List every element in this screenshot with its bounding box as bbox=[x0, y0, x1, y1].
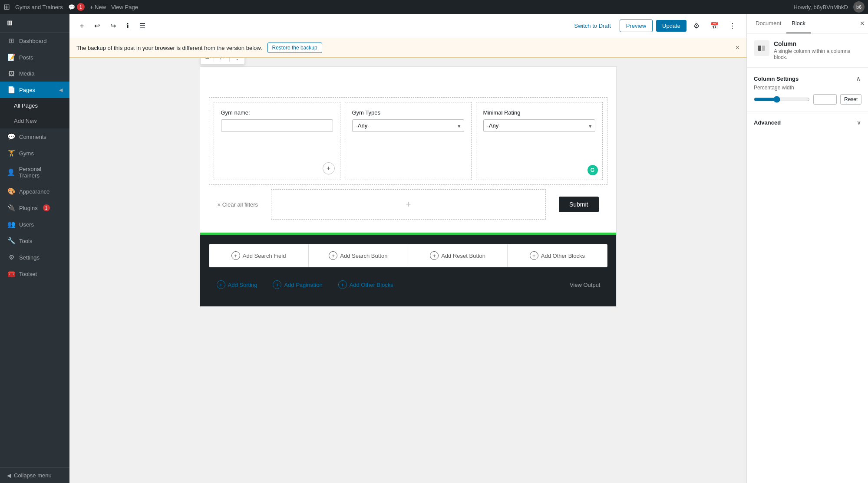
settings-gear-btn[interactable]: ⚙ bbox=[690, 19, 703, 33]
redo-btn[interactable]: ↪ bbox=[107, 19, 119, 33]
add-search-button-btn[interactable]: + Add Search Button bbox=[309, 244, 408, 267]
new-content-icon[interactable]: + New bbox=[90, 4, 106, 10]
text-align-btn[interactable]: T ▾ bbox=[216, 58, 228, 62]
admin-bar: ⊞ Gyms and Trainers 💬 1 + New View Page … bbox=[0, 0, 868, 14]
more-options-btn[interactable]: ⋮ bbox=[726, 19, 739, 33]
notification-close-btn[interactable]: × bbox=[736, 44, 739, 52]
sidebar-item-settings[interactable]: ⚙ Settings bbox=[0, 249, 69, 266]
view-output-btn[interactable]: View Output bbox=[563, 278, 607, 292]
sidebar-label-users: Users bbox=[19, 221, 34, 228]
submit-btn[interactable]: Submit bbox=[559, 197, 599, 212]
minimal-rating-select[interactable]: -Any- bbox=[483, 119, 595, 132]
advanced-title: Advanced bbox=[754, 119, 781, 126]
add-block-placeholder[interactable]: + bbox=[271, 189, 546, 220]
switch-draft-btn[interactable]: Switch to Draft bbox=[569, 20, 616, 32]
block-nav-btn[interactable]: ☰ bbox=[136, 19, 149, 33]
column-settings-toggle-btn[interactable]: ∧ bbox=[856, 75, 861, 83]
block-more-btn[interactable]: ⋮ bbox=[231, 58, 243, 62]
add-other-blocks-btn[interactable]: + Add Other Blocks bbox=[508, 244, 607, 267]
percentage-width-controls: Reset bbox=[754, 94, 861, 105]
bottom-row-wrapper: + Add Sorting + Add Pagination + Add Oth… bbox=[209, 272, 607, 298]
sidebar-label-personal-trainers: Personal Trainers bbox=[19, 166, 63, 179]
percentage-width-reset-btn[interactable]: Reset bbox=[840, 94, 861, 105]
add-reset-button-label: Add Reset Button bbox=[441, 253, 485, 259]
clear-filters-btn[interactable]: × Clear all filters bbox=[218, 201, 258, 208]
block-name-text: Column bbox=[774, 40, 861, 47]
add-search-button-label: Add Search Button bbox=[340, 253, 387, 259]
add-new-label: Add New bbox=[14, 118, 37, 124]
block-toolbar: ⧉ T ▾ ⋮ bbox=[200, 58, 245, 65]
block-type-icon bbox=[754, 40, 769, 56]
tab-document[interactable]: Document bbox=[750, 14, 786, 33]
add-other-blocks-icon: + bbox=[530, 251, 538, 260]
block-canvas: ⧉ T ▾ ⋮ bbox=[200, 66, 617, 307]
sidebar-item-pages[interactable]: 📄 Pages ◀ bbox=[0, 82, 69, 98]
wp-logo-icon: ⊞ bbox=[3, 2, 10, 12]
advanced-header[interactable]: Advanced ∨ bbox=[754, 119, 861, 126]
percentage-width-input[interactable] bbox=[813, 94, 837, 105]
sidebar-item-media[interactable]: 🖼 Media bbox=[0, 66, 69, 82]
add-other-blocks-bottom-btn[interactable]: + Add Other Blocks bbox=[330, 274, 401, 295]
media-icon: 🖼 bbox=[7, 70, 16, 77]
col1-add-btn[interactable]: + bbox=[323, 162, 335, 174]
pages-icon: 📄 bbox=[7, 86, 16, 94]
sidebar-item-appearance[interactable]: 🎨 Appearance bbox=[0, 183, 69, 200]
advanced-section: Advanced ∨ bbox=[747, 112, 868, 133]
all-pages-label: All Pages bbox=[14, 102, 38, 109]
percentage-width-slider[interactable] bbox=[754, 96, 810, 103]
personal-trainers-icon: 👤 bbox=[7, 168, 16, 176]
restore-backup-btn[interactable]: Restore the backup bbox=[267, 43, 322, 53]
sidebar-item-toolset[interactable]: 🧰 Toolset bbox=[0, 266, 69, 282]
gym-name-input[interactable] bbox=[221, 119, 333, 132]
sidebar-item-comments[interactable]: 💬 Comments bbox=[0, 128, 69, 145]
sidebar: ⊞ ⊞ Dashboard 📝 Posts 🖼 Media 📄 Pages ◀ … bbox=[0, 14, 69, 483]
gym-types-select[interactable]: -Any- bbox=[352, 119, 464, 132]
percentage-width-label: Percentage width bbox=[754, 85, 861, 91]
avatar: b6 bbox=[853, 1, 865, 13]
sidebar-item-tools[interactable]: 🔧 Tools bbox=[0, 233, 69, 249]
comments-nav-icon: 💬 bbox=[7, 133, 16, 141]
pages-submenu: All Pages Add New bbox=[0, 98, 69, 128]
bottom-add-btns: + Add Sorting + Add Pagination + Add Oth… bbox=[209, 274, 563, 295]
sidebar-item-personal-trainers[interactable]: 👤 Personal Trainers bbox=[0, 161, 69, 183]
sidebar-item-users[interactable]: 👥 Users bbox=[0, 216, 69, 233]
add-block-toolbar-btn[interactable]: + bbox=[76, 20, 87, 33]
sidebar-item-plugins[interactable]: 🔌 Plugins 1 bbox=[0, 200, 69, 216]
add-other-blocks-bottom-label: Add Other Blocks bbox=[350, 282, 393, 288]
tab-block[interactable]: Block bbox=[786, 14, 811, 33]
panel-close-btn[interactable]: × bbox=[860, 19, 865, 28]
gyms-icon: 🏋 bbox=[7, 149, 16, 157]
add-reset-button-btn[interactable]: + Add Reset Button bbox=[408, 244, 508, 267]
block-info: Column A single column within a columns … bbox=[747, 33, 868, 68]
add-sorting-label: Add Sorting bbox=[228, 282, 257, 288]
dashboard-icon: ⊞ bbox=[7, 37, 16, 45]
info-btn[interactable]: ℹ bbox=[123, 19, 132, 33]
sidebar-label-appearance: Appearance bbox=[19, 188, 50, 195]
undo-btn[interactable]: ↩ bbox=[91, 19, 103, 33]
add-pagination-label: Add Pagination bbox=[284, 282, 322, 288]
site-name[interactable]: Gyms and Trainers bbox=[15, 4, 63, 10]
editor-area: + ↩ ↪ ℹ ☰ Switch to Draft Preview Update… bbox=[69, 14, 746, 483]
search-form-columns: Gym name: + Gym Types -Any- bbox=[209, 97, 607, 185]
column-settings-title: Column Settings bbox=[754, 76, 799, 82]
sidebar-item-dashboard[interactable]: ⊞ Dashboard bbox=[0, 33, 69, 49]
add-search-field-btn[interactable]: + Add Search Field bbox=[209, 244, 309, 267]
sidebar-item-add-new[interactable]: Add New bbox=[0, 113, 69, 128]
sidebar-item-gyms[interactable]: 🏋 Gyms bbox=[0, 145, 69, 161]
add-sorting-btn[interactable]: + Add Sorting bbox=[209, 274, 265, 295]
editor-content: ⧉ T ▾ ⋮ bbox=[69, 58, 746, 483]
add-sorting-icon: + bbox=[217, 280, 225, 289]
publish-calendar-btn[interactable]: 📅 bbox=[706, 19, 722, 33]
preview-btn[interactable]: Preview bbox=[620, 20, 653, 32]
sidebar-label-dashboard: Dashboard bbox=[19, 38, 47, 44]
panel-tabs: Document Block × bbox=[747, 14, 868, 33]
sidebar-item-all-pages[interactable]: All Pages bbox=[0, 98, 69, 113]
add-pagination-btn[interactable]: + Add Pagination bbox=[265, 274, 330, 295]
update-btn[interactable]: Update bbox=[656, 20, 686, 32]
comments-icon[interactable]: 💬 1 bbox=[68, 3, 85, 11]
block-type-btn[interactable]: ⧉ bbox=[202, 58, 212, 62]
view-page-link[interactable]: View Page bbox=[111, 4, 138, 10]
sidebar-item-posts[interactable]: 📝 Posts bbox=[0, 49, 69, 66]
sidebar-label-comments: Comments bbox=[19, 134, 46, 140]
collapse-menu-btn[interactable]: ◀ Collapse menu bbox=[0, 467, 69, 483]
